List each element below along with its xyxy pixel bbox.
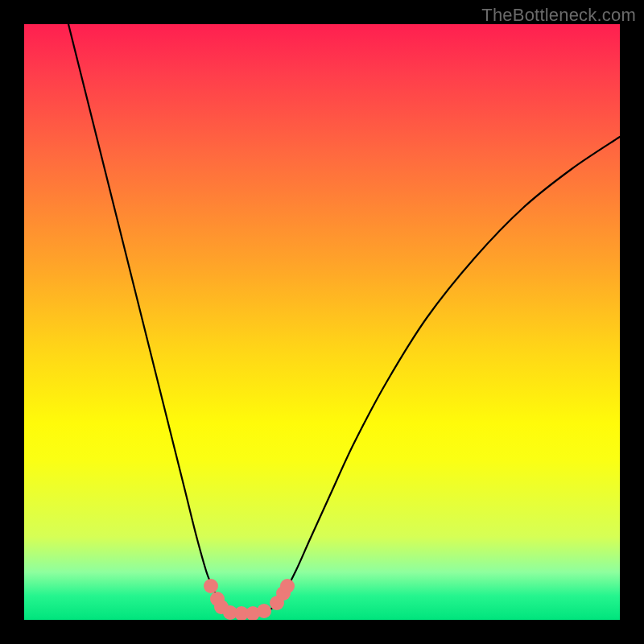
curve-marker (257, 604, 271, 618)
watermark-text: TheBottleneck.com (481, 5, 636, 26)
bottleneck-curve-svg (24, 24, 620, 620)
curve-marker (204, 579, 218, 593)
bottleneck-curve-path (68, 24, 620, 613)
curve-marker (280, 579, 295, 593)
curve-markers (204, 579, 295, 620)
chart-plot-area (24, 24, 620, 620)
